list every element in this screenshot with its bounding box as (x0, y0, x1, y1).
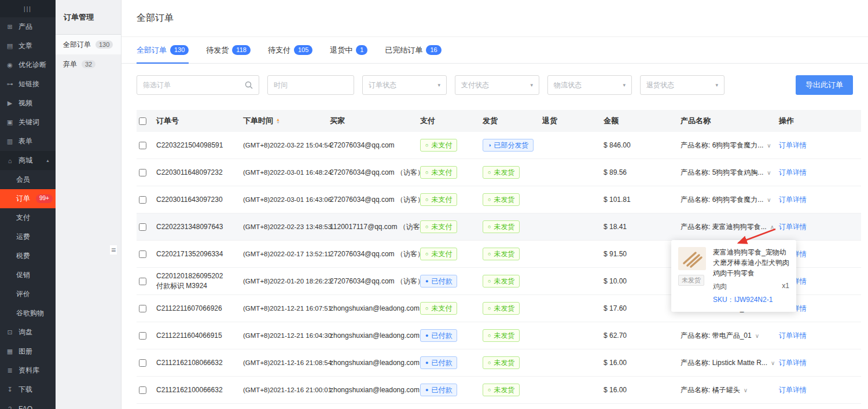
product-thumbnail (678, 247, 706, 270)
product-name: 产品名称: 麦富迪狗狗零食... (681, 222, 767, 232)
status-label: 未支付 (431, 196, 452, 203)
order-filter-search[interactable] (137, 75, 259, 95)
sidebar-subitem-payment[interactable]: 支付 (0, 208, 56, 227)
product-name-cell[interactable]: 产品名称: Lipstick Matte R...∨ (681, 358, 779, 368)
row-checkbox[interactable] (139, 169, 146, 176)
row-checkbox[interactable] (139, 305, 146, 312)
sidebar-subitem-freight[interactable]: 运费 (0, 227, 56, 246)
status-badge: ○未发货 (483, 329, 520, 342)
order-management-panel: 订单管理 全部订单130弃单32 (56, 0, 122, 409)
status-badge: ○未发货 (483, 384, 520, 396)
search-input[interactable] (143, 81, 237, 89)
time-filter[interactable] (267, 75, 354, 95)
row-checkbox[interactable] (139, 359, 146, 367)
sidebar-subitem-promotion[interactable]: 促销 (0, 266, 56, 285)
order-detail-link[interactable]: 订单详情 (779, 195, 807, 205)
sidebar-collapse-icon[interactable]: ||| (0, 0, 56, 17)
chevron-down-icon[interactable]: ∨ (755, 333, 759, 339)
buyer-email: 272076034@qq.com （访客） (330, 168, 420, 178)
status-badge: ○未发货 (483, 302, 520, 315)
sidebar-item-label: 下载 (19, 385, 32, 395)
row-checkbox[interactable] (139, 386, 146, 394)
sidebar-item-faq[interactable]: ?FAQ (0, 399, 56, 409)
keyword-icon: ▣ (6, 119, 14, 126)
panel-item-label: 弃单 (63, 60, 77, 69)
sidebar-item-mall[interactable]: ⌂商城▲ (0, 151, 56, 170)
chevron-down-icon[interactable]: ∨ (771, 360, 775, 366)
filter-select-3[interactable]: 退货状态▾ (640, 75, 724, 95)
form-icon: ▥ (6, 138, 14, 145)
sidebar-item-video[interactable]: ▶视频 (0, 94, 56, 113)
time-input[interactable] (274, 81, 348, 89)
order-tab-2[interactable]: 待支付105 (268, 37, 312, 63)
order-tab-4[interactable]: 已完结订单16 (385, 37, 441, 63)
sidebar-subitem-google-shopping[interactable]: 谷歌购物 (0, 304, 56, 323)
status-badge: ●已付款 (420, 384, 457, 396)
sidebar-subitem-member[interactable]: 会员 (0, 170, 56, 189)
panel-toggle-icon[interactable]: ≡ (110, 245, 117, 255)
row-checkbox[interactable] (139, 332, 146, 340)
select-all-checkbox[interactable] (139, 117, 146, 125)
product-name-cell[interactable]: 产品名称: 带电产品_01∨ (681, 331, 779, 341)
sidebar-item-album[interactable]: ▦图册 (0, 342, 56, 361)
sidebar-item-products[interactable]: ⊞产品 (0, 17, 56, 36)
chevron-down-icon[interactable]: ∨ (767, 197, 771, 203)
order-detail-link[interactable]: 订单详情 (779, 168, 807, 178)
sidebar-item-inquiry[interactable]: ⊡询盘 (0, 323, 56, 342)
chevron-down-icon[interactable]: ∨ (744, 387, 748, 393)
chevron-down-icon[interactable]: ∨ (767, 142, 771, 149)
row-checkbox[interactable] (139, 142, 146, 149)
product-name-cell[interactable]: 产品名称: 6狗狗零食魔力...∨ (681, 141, 779, 150)
row-checkbox[interactable] (139, 278, 146, 285)
order-number: C2112162100066632 (156, 386, 243, 394)
status-label: 已付款 (431, 332, 452, 339)
sidebar-item-diagnosis[interactable]: ◉优化诊断 (0, 56, 56, 75)
buyer-email: zhongshuxian@leadong.com (330, 359, 420, 367)
sidebar-item-label: 询盘 (19, 327, 32, 337)
order-detail-link[interactable]: 订单详情 (779, 331, 807, 341)
row-checkbox[interactable] (139, 196, 146, 204)
sidebar-subitem-tax[interactable]: 税费 (0, 246, 56, 266)
status-badge: ◑已部分发货 (483, 139, 534, 152)
column-header-label: 支付 (420, 116, 435, 126)
chevron-down-icon[interactable]: ∨ (767, 170, 771, 176)
sidebar-subitem-label: 订单 (16, 194, 30, 204)
sort-icon[interactable]: ▲▼ (276, 118, 280, 124)
export-orders-button[interactable]: 导出此订单 (796, 75, 853, 95)
filter-select-0[interactable]: 订单状态▾ (362, 75, 447, 95)
row-checkbox[interactable] (139, 223, 146, 231)
filter-select-1[interactable]: 支付状态▾ (455, 75, 539, 95)
order-detail-link[interactable]: 订单详情 (779, 358, 807, 368)
order-amount: $ 16.00 (604, 359, 681, 367)
order-tab-0[interactable]: 全部订单130 (137, 37, 189, 63)
chevron-up-icon[interactable]: ∧ (770, 224, 774, 230)
pay-status-cell: ○未支付 (420, 220, 483, 233)
sidebar-item-label: 视频 (19, 98, 32, 108)
order-detail-link[interactable]: 订单详情 (779, 222, 807, 232)
sidebar-item-download[interactable]: ↧下载 (0, 380, 56, 399)
product-name-cell[interactable]: 产品名称: 5狗狗零食鸡胸...∨ (681, 168, 779, 178)
filter-bar: 订单状态▾支付状态▾物流状态▾退货状态▾ 导出此订单 (137, 75, 853, 95)
sidebar-item-shortlink[interactable]: ⊶短链接 (0, 75, 56, 94)
panel-item-0[interactable]: 全部订单130 (56, 35, 121, 54)
sidebar-item-library[interactable]: ≣资料库 (0, 361, 56, 380)
order-tab-1[interactable]: 待发货118 (206, 37, 251, 63)
product-name-cell[interactable]: 产品名称: 橘子罐头∨ (681, 385, 779, 395)
order-detail-link[interactable]: 订单详情 (779, 141, 807, 150)
order-detail-link[interactable]: 订单详情 (779, 385, 807, 395)
row-checkbox[interactable] (139, 250, 146, 258)
sidebar-item-articles[interactable]: ▤文章 (0, 36, 56, 56)
order-number-text: C2112162108066632 (156, 359, 223, 367)
panel-item-1[interactable]: 弃单32 (56, 54, 121, 74)
row-check-cell (137, 305, 156, 312)
sidebar-item-keyword[interactable]: ▣关键词 (0, 113, 56, 132)
product-name-cell[interactable]: 产品名称: 麦富迪狗狗零食...∧ (681, 222, 779, 232)
pay-status-cell: ○未支付 (420, 248, 483, 260)
sidebar-item-form[interactable]: ▥表单 (0, 132, 56, 151)
sidebar-subitem-review[interactable]: 评价 (0, 285, 56, 304)
sidebar-subitem-order[interactable]: 订单99+ (0, 189, 56, 208)
order-tab-3[interactable]: 退货中1 (330, 37, 367, 63)
filter-select-2[interactable]: 物流状态▾ (547, 75, 632, 95)
product-name-cell[interactable]: 产品名称: 6狗狗零食魔力...∨ (681, 195, 779, 205)
column-header: 金额 (604, 116, 681, 126)
